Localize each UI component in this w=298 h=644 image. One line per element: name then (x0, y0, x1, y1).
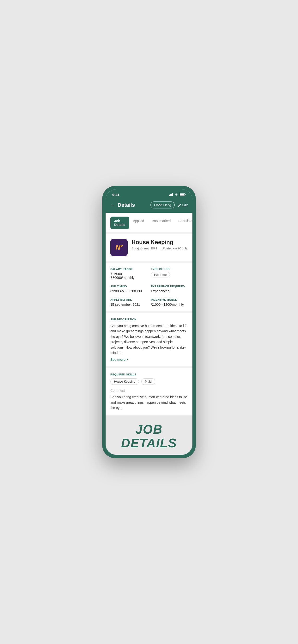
apply-before-label: APPLY BEFORE (110, 298, 147, 301)
svg-rect-2 (171, 194, 172, 196)
edit-button[interactable]: Edit (178, 203, 188, 207)
incentive-label: INCENTIVE RANGE (151, 298, 188, 301)
job-type-label: TYPE OF JOB (151, 268, 188, 270)
job-type-badge: Full Time (151, 272, 170, 278)
tab-job-details[interactable]: Job Details (110, 216, 129, 229)
header-left: ← Details (110, 202, 135, 208)
svg-rect-0 (169, 194, 170, 196)
company-name: Suraj Kirana | BR1 (131, 246, 157, 250)
apply-before-value: 15 september, 2021 (110, 302, 147, 306)
signal-icon (169, 192, 173, 197)
notch (134, 189, 164, 196)
skill-chip-housekeeping: House Keeping (110, 378, 139, 385)
experience-value: Experienced (151, 289, 188, 293)
apply-before-item: APPLY BEFORE 15 september, 2021 (110, 298, 147, 306)
svg-rect-3 (172, 193, 173, 196)
bottom-label-section: JOB DETAILS (106, 416, 192, 455)
job-title: House Keeping (131, 239, 187, 246)
skills-section: REQUIRED SKILLS House Keeping Maid Comme… (106, 368, 192, 415)
status-icons (169, 192, 186, 197)
chevron-down-icon: ▾ (126, 358, 128, 361)
salary-label: SALARY RANGE (110, 268, 147, 270)
job-description-section: JOB DESCRIPTION Can you bring creative h… (106, 313, 192, 366)
timing-item: JOB TIMING 09:00 AM - 06:00 PM (110, 285, 147, 293)
timing-value: 09:00 AM - 06:00 PM (110, 289, 147, 293)
back-button[interactable]: ← (110, 202, 115, 208)
tab-shortlisted[interactable]: Shortlisted (175, 216, 192, 229)
skills-label: REQUIRED SKILLS (110, 373, 188, 376)
incentive-item: INCENTIVE RANGE ₹1000 - 1200/monthly (151, 298, 188, 306)
comment-placeholder: Comment (110, 388, 188, 392)
svg-rect-6 (180, 194, 185, 196)
job-description-label: JOB DESCRIPTION (110, 318, 188, 321)
experience-label: EXPERIENCE REQUIRED (151, 285, 188, 288)
experience-item: EXPERIENCE REQUIRED Experienced (151, 285, 188, 293)
svg-rect-1 (170, 194, 171, 196)
job-type-value: Full Time (151, 272, 188, 278)
tab-applied[interactable]: Applied (129, 216, 148, 229)
salary-value: ₹25000- ₹30000/monthly (110, 272, 147, 280)
tab-bookmarked[interactable]: Bookmarked (148, 216, 175, 229)
timing-label: JOB TIMING (110, 285, 147, 288)
meta-separator: | (160, 246, 160, 250)
skills-chips: House Keeping Maid (110, 378, 188, 385)
job-details-grid: SALARY RANGE ₹25000- ₹30000/monthly TYPE… (106, 263, 192, 311)
tabs-bar: Job Details Applied Bookmarked Shortlist… (106, 213, 192, 232)
bottom-label-line1: JOB DETAILS (110, 422, 188, 450)
close-hiring-button[interactable]: Close Hiring (151, 202, 175, 208)
time-display: 9:41 (112, 192, 119, 197)
see-more-button[interactable]: See more ▾ (110, 358, 188, 362)
incentive-value: ₹1000 - 1200/monthly (151, 302, 188, 306)
comment-text: Ban you bring creative human-centered id… (110, 394, 188, 410)
skill-chip-maid: Maid (141, 378, 155, 385)
job-type-item: TYPE OF JOB Full Time (151, 268, 188, 280)
phone-screen: 9:41 (106, 189, 192, 455)
svg-rect-5 (185, 194, 186, 195)
salary-range-item: SALARY RANGE ₹25000- ₹30000/monthly (110, 268, 147, 280)
wifi-icon (175, 192, 178, 197)
posted-date: Posted on 20 July (163, 246, 187, 250)
battery-icon (180, 192, 186, 197)
page-title: Details (117, 202, 135, 208)
description-text: Can you bring creative human-centered id… (110, 323, 188, 355)
edit-label: Edit (182, 203, 188, 207)
header-right: Close Hiring Edit (151, 202, 188, 208)
job-info-card: N² House Keeping Suraj Kirana | BR1 | Po… (106, 234, 192, 261)
page-header: ← Details Close Hiring Edit (106, 198, 192, 213)
phone-frame: 9:41 (102, 186, 196, 458)
company-logo: N² (110, 239, 128, 256)
job-meta: Suraj Kirana | BR1 | Posted on 20 July (131, 246, 187, 250)
job-title-section: House Keeping Suraj Kirana | BR1 | Poste… (131, 239, 187, 250)
